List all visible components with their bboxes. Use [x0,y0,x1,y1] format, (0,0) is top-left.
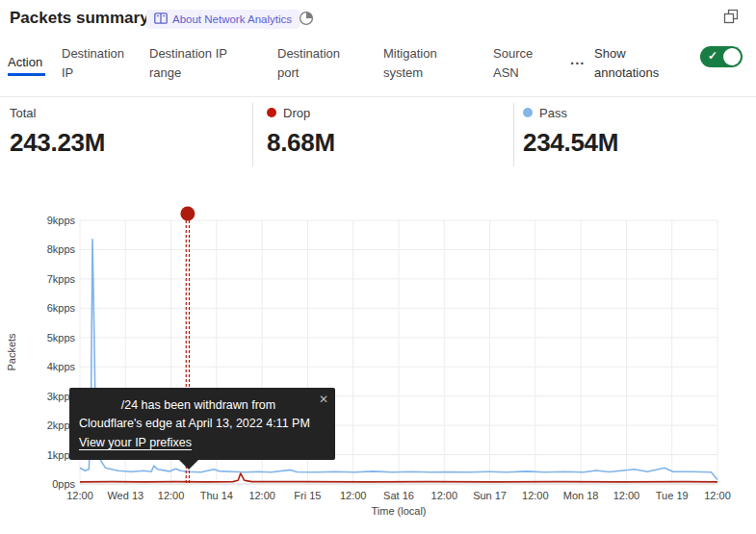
y-axis-label: Packets [6,333,17,371]
y-tick-label: 5kpps [47,332,76,343]
active-tab-underline [8,73,45,76]
stat-pass-label: Pass [539,106,567,120]
stat-drop: Drop 8.68M [267,104,335,158]
x-tick-label: Mon 18 [563,490,599,501]
y-tick-label: 9kpps [47,215,76,226]
view-ip-prefixes-link[interactable]: View your IP prefixes [79,436,192,449]
toggle-knob [723,48,741,65]
x-tick-label: Sun 17 [473,490,507,501]
tab-destination-ip[interactable]: Destination IP [62,44,139,83]
stat-drop-label: Drop [283,106,310,120]
y-tick-label: 6kpps [47,302,76,314]
packets-chart[interactable]: 12:00Wed 1312:00Thu 1412:00Fri 1512:00Sa… [0,192,756,534]
tab-source-asn[interactable]: Source ASN [493,44,551,83]
tooltip-arrow [179,460,198,470]
stat-total: Total 243.23M [10,104,105,158]
x-tick-label: 12:00 [340,490,367,501]
x-tick-label: Fri 15 [294,490,321,501]
x-tick-label: 12:00 [431,490,458,501]
close-icon[interactable]: ✕ [319,391,328,409]
stats-separator [0,96,756,97]
x-tick-label: 12:00 [522,490,549,501]
x-tick-label: 12:00 [158,490,185,501]
y-tick-label: 8kpps [47,243,76,255]
stat-pass: Pass 234.54M [523,104,618,158]
stat-drop-value: 8.68M [267,128,335,158]
annotation-dot[interactable] [180,207,195,221]
y-tick-label: 4kpps [47,361,76,372]
x-tick-label: Sat 16 [383,490,414,501]
x-tick-label: Thu 14 [200,490,233,501]
tab-destination-ip-range[interactable]: Destination IP range [149,44,242,83]
y-tick-label: 0pps [52,478,75,490]
tab-action[interactable]: Action [8,53,42,72]
x-tick-label: 12:00 [66,490,93,501]
dimension-tabs: Action Destination IP Destination IP ran… [0,0,756,96]
x-tick-label: Wed 13 [107,490,143,501]
x-tick-label: 12:00 [704,490,731,501]
tab-mitigation-system[interactable]: Mitigation system [383,44,458,83]
tab-destination-port[interactable]: Destination port [277,44,356,83]
stat-divider [513,103,514,166]
stat-total-label: Total [10,106,36,120]
stat-pass-value: 234.54M [523,128,618,158]
x-tick-label: 12:00 [613,490,640,501]
tooltip-line2: Cloudflare's edge at April 13, 2022 4:11… [79,415,324,433]
check-icon: ✓ [708,49,717,63]
drop-legend-dot [267,108,276,117]
packets-summary-panel: Packets summary About Network Analytics [0,0,756,534]
stat-total-value: 243.23M [10,128,105,158]
x-tick-label: 12:00 [248,490,275,501]
x-tick-label: Tue 19 [656,490,689,501]
show-annotations-toggle[interactable]: ✓ [700,46,743,67]
annotation-tooltip: ✕ /24 has been withdrawn from Cloudflare… [69,388,335,460]
show-annotations-label: Show annotations [594,44,681,83]
y-tick-label: 7kpps [47,273,76,285]
tooltip-line1: /24 has been withdrawn from [79,396,324,415]
more-tabs-icon[interactable]: ... [570,50,586,69]
stat-divider [252,103,253,166]
pass-legend-dot [523,108,533,117]
x-axis-label: Time (local) [371,505,426,517]
